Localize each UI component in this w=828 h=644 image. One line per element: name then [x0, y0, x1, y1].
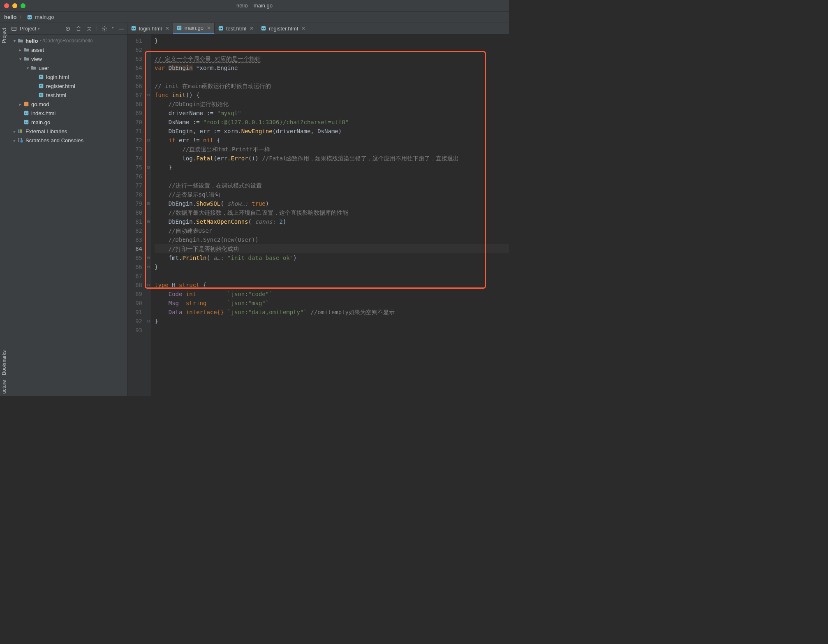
- chevron-down-icon[interactable]: ▾: [112, 25, 114, 32]
- scratches-icon: [17, 137, 24, 144]
- tree-folder-asset[interactable]: ▸ asset: [8, 45, 127, 54]
- tree-file-login[interactable]: login.html: [8, 72, 127, 81]
- editor-area: login.html ✕ main.go ✕ test.html ✕ regis…: [127, 23, 509, 396]
- svg-point-31: [134, 28, 135, 29]
- svg-rect-35: [219, 26, 223, 31]
- svg-rect-21: [24, 120, 29, 125]
- editor-body[interactable]: 6162636465666768697071727374757677787980…: [127, 35, 509, 396]
- folder-icon: [23, 46, 30, 53]
- go-file-icon: [218, 25, 224, 31]
- tab-label: register.html: [269, 25, 298, 32]
- breadcrumb-file[interactable]: main.go: [35, 14, 54, 20]
- expand-all-icon[interactable]: [75, 25, 82, 32]
- tree-file-gomod[interactable]: ▸ go.mod: [8, 100, 127, 109]
- svg-rect-25: [20, 130, 21, 133]
- gutter-bookmarks-tab[interactable]: Bookmarks: [0, 348, 8, 378]
- tree-file-index[interactable]: index.html: [8, 109, 127, 118]
- svg-point-9: [40, 76, 41, 77]
- svg-rect-18: [24, 111, 29, 116]
- gutter-project-tab[interactable]: Project: [0, 25, 8, 46]
- tree-folder-user[interactable]: ▾ user: [8, 63, 127, 72]
- chevron-right-icon[interactable]: ▸: [12, 129, 17, 134]
- tab-login-html[interactable]: login.html ✕: [127, 23, 173, 34]
- hide-panel-icon[interactable]: —: [118, 25, 125, 32]
- svg-point-7: [104, 28, 105, 30]
- fold-gutter[interactable]: ⊟ ⊟⊟ ⊟⊟ ⊟⊟ ⊟⊟: [146, 35, 151, 396]
- sidebar-header: Project ▾ ▾ —: [8, 23, 127, 35]
- tab-label: main.go: [185, 25, 204, 31]
- svg-rect-26: [21, 130, 22, 133]
- svg-rect-0: [28, 15, 32, 19]
- close-icon[interactable]: ✕: [207, 25, 211, 31]
- chevron-down-icon[interactable]: ▾: [12, 39, 17, 43]
- close-icon[interactable]: ✕: [301, 25, 305, 31]
- sidebar-title[interactable]: Project ▾: [20, 25, 40, 32]
- window-close-button[interactable]: [4, 3, 9, 8]
- go-file-icon: [38, 83, 44, 89]
- project-tree[interactable]: ▾ hello ~/Code/goRoot/src/hello ▸ asset …: [8, 35, 127, 396]
- svg-rect-11: [39, 84, 44, 88]
- svg-point-2: [30, 16, 31, 17]
- library-icon: [17, 128, 24, 134]
- go-mod-icon: [23, 101, 30, 107]
- tab-test-html[interactable]: test.html ✕: [215, 23, 257, 34]
- chevron-down-icon[interactable]: ▾: [17, 57, 23, 61]
- chevron-right-icon[interactable]: ▸: [12, 138, 17, 143]
- svg-point-12: [40, 86, 41, 86]
- tab-label: test.html: [226, 25, 246, 32]
- breadcrumb-project[interactable]: hello: [4, 14, 16, 20]
- go-file-icon: [38, 74, 44, 80]
- project-view-icon[interactable]: [11, 25, 17, 32]
- tree-folder-view[interactable]: ▾ view: [8, 54, 127, 63]
- svg-rect-3: [12, 27, 16, 30]
- left-tool-gutter: Project Bookmarks ucture: [0, 23, 8, 396]
- close-icon[interactable]: ✕: [165, 25, 169, 31]
- titlebar: hello – main.go: [0, 0, 509, 12]
- chevron-right-icon[interactable]: ▸: [17, 102, 23, 107]
- go-file-icon: [38, 92, 44, 98]
- tree-external-libraries[interactable]: ▸ External Libraries: [8, 127, 127, 136]
- go-file-icon: [23, 110, 30, 116]
- code-content[interactable]: } // 定义一个全局变量 对应的是一个指针 var DbEngin *xorm…: [151, 35, 509, 396]
- chevron-right-icon[interactable]: ▸: [17, 48, 23, 52]
- tree-file-register[interactable]: register.html: [8, 81, 127, 90]
- tab-register-html[interactable]: register.html ✕: [257, 23, 309, 34]
- tree-file-test[interactable]: test.html: [8, 90, 127, 100]
- svg-point-16: [42, 95, 42, 95]
- svg-rect-24: [19, 130, 19, 133]
- svg-point-34: [179, 27, 180, 28]
- editor-tabs: login.html ✕ main.go ✕ test.html ✕ regis…: [127, 23, 509, 35]
- divider: [97, 25, 97, 31]
- svg-rect-32: [177, 25, 181, 30]
- svg-point-28: [21, 140, 23, 143]
- settings-gear-icon[interactable]: [101, 25, 108, 32]
- tree-file-maingo[interactable]: main.go: [8, 118, 127, 127]
- svg-point-22: [25, 122, 26, 123]
- breadcrumb: hello 〉 main.go: [0, 12, 509, 23]
- svg-rect-14: [39, 93, 44, 97]
- chevron-down-icon[interactable]: ▾: [25, 66, 30, 70]
- go-file-icon: [23, 119, 30, 125]
- svg-point-13: [42, 86, 42, 86]
- folder-icon: [30, 65, 37, 71]
- svg-point-37: [221, 28, 222, 29]
- breadcrumb-sep: 〉: [19, 14, 24, 21]
- window-maximize-button[interactable]: [21, 3, 25, 8]
- close-icon[interactable]: ✕: [250, 25, 254, 31]
- project-sidebar: Project ▾ ▾ — ▾ hello ~/Code/goRoot/src/…: [8, 23, 127, 396]
- tab-main-go[interactable]: main.go ✕: [173, 23, 215, 34]
- svg-point-39: [262, 28, 263, 29]
- select-opened-file-icon[interactable]: [65, 25, 71, 32]
- svg-point-33: [178, 27, 179, 28]
- tree-root[interactable]: ▾ hello ~/Code/goRoot/src/hello: [8, 36, 127, 45]
- svg-point-36: [220, 28, 220, 29]
- gutter-structure-tab[interactable]: ucture: [0, 378, 8, 396]
- window-minimize-button[interactable]: [12, 3, 17, 8]
- svg-point-6: [67, 28, 69, 29]
- svg-rect-8: [39, 75, 44, 79]
- tree-scratches[interactable]: ▸ Scratches and Consoles: [8, 136, 127, 145]
- collapse-all-icon[interactable]: [86, 25, 93, 32]
- svg-point-30: [132, 28, 133, 29]
- window-title: hello – main.go: [236, 2, 273, 9]
- svg-point-19: [25, 113, 26, 114]
